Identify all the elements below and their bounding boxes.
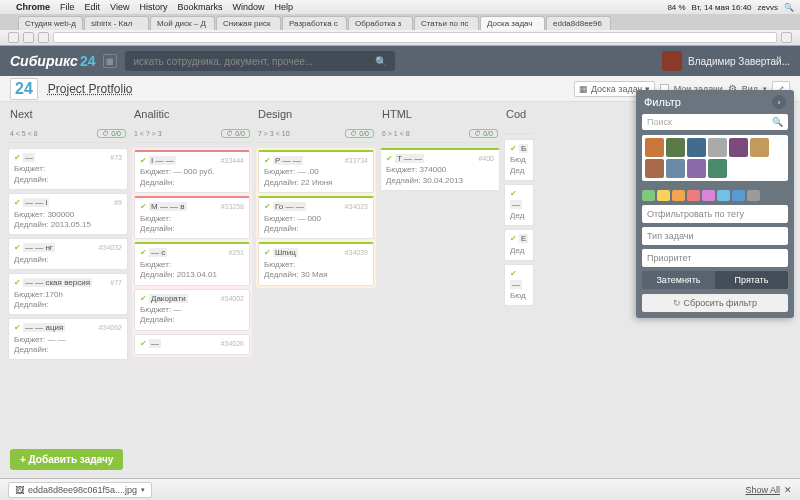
project-title[interactable]: Project Protfolio <box>48 82 565 96</box>
task-card[interactable]: ✔М — — в#33258Бюджет:Дедлайн: <box>134 196 250 239</box>
task-card[interactable]: ✔ЕДед <box>504 229 534 261</box>
menu-help[interactable]: Help <box>274 2 293 12</box>
column-meta: 7 > 3 < 10⏱ 0/0 <box>256 127 376 143</box>
filter-header: Фильтр › <box>636 90 794 114</box>
app-menu[interactable]: Chrome <box>16 2 50 12</box>
menu-view[interactable]: View <box>110 2 129 12</box>
browser-tab[interactable]: edda8d8ee96 <box>546 16 611 30</box>
filter-task-type[interactable]: Тип задачи <box>642 227 788 245</box>
task-card[interactable]: ✔—#34026 <box>134 334 250 355</box>
filter-avatar[interactable] <box>750 138 769 157</box>
color-swatch[interactable] <box>717 190 730 201</box>
close-bar-icon[interactable]: ✕ <box>784 485 792 495</box>
browser-tab[interactable]: sibirix - Кал <box>84 16 149 30</box>
column-title: Next <box>8 106 128 124</box>
kanban-column: HTML6 > 1 < 8⏱ 0/0✔Т — —#400Бюджет: 3740… <box>380 106 500 453</box>
show-all-downloads[interactable]: Show All <box>745 485 780 495</box>
reload-button[interactable] <box>38 32 49 43</box>
kanban-column: Analitic1 < ? > 3⏱ 0/0✔I — —#33444Бюджет… <box>132 106 252 453</box>
project-badge[interactable]: 24 <box>10 78 38 100</box>
browser-tab[interactable]: Обработка з <box>348 16 413 30</box>
filter-avatar[interactable] <box>645 138 664 157</box>
menu-history[interactable]: History <box>139 2 167 12</box>
color-swatch[interactable] <box>672 190 685 201</box>
filter-panel: Фильтр Архив Фильтр › Поиск 🔍 Отфильтров… <box>636 90 794 318</box>
user-menu[interactable]: Владимир Завертай... <box>662 51 790 71</box>
kanban-column: Next4 < 5 < 8⏱ 0/0✔—#73Бюджет:Дедлайн:✔—… <box>8 106 128 453</box>
filter-avatar[interactable] <box>666 138 685 157</box>
task-card[interactable]: ✔Шпиц#34039Бюджет:Дедлайн: 30 Мая <box>258 242 374 285</box>
url-bar[interactable] <box>53 32 777 43</box>
spotlight-icon[interactable]: 🔍 <box>784 3 794 12</box>
color-swatch[interactable] <box>732 190 745 201</box>
user-menu[interactable]: zevvs <box>758 3 778 12</box>
column-meta: 6 > 1 < 8⏱ 0/0 <box>380 127 500 143</box>
filter-priority[interactable]: Приоритет <box>642 249 788 267</box>
menu-edit[interactable]: Edit <box>85 2 101 12</box>
user-avatar <box>662 51 682 71</box>
color-swatch[interactable] <box>657 190 670 201</box>
collapse-icon[interactable]: › <box>772 95 786 109</box>
browser-tab[interactable]: Статьи по пс <box>414 16 479 30</box>
color-swatch[interactable] <box>702 190 715 201</box>
task-card[interactable]: ✔Т — —#400Бюджет: 374000Дедлайн: 30.04.2… <box>380 148 500 191</box>
task-card[interactable]: ✔—Дед <box>504 184 534 226</box>
menu-icon[interactable] <box>781 32 792 43</box>
color-swatch[interactable] <box>747 190 760 201</box>
filter-avatar[interactable] <box>708 159 727 178</box>
task-card[interactable]: ✔Го — —#34023Бюджет: — 000Дедлайн: <box>258 196 374 239</box>
color-swatch[interactable] <box>642 190 655 201</box>
browser-tab[interactable]: Разработка с <box>282 16 347 30</box>
task-card[interactable]: ✔I — —#33444Бюджет: — 000 руб.Дедлайн: <box>134 150 250 193</box>
forward-button[interactable] <box>23 32 34 43</box>
filter-swatches <box>636 186 794 205</box>
filter-avatar[interactable] <box>729 138 748 157</box>
filter-avatar[interactable] <box>687 138 706 157</box>
task-card[interactable]: ✔—#73Бюджет:Дедлайн: <box>8 148 128 190</box>
user-name: Владимир Завертай... <box>688 56 790 67</box>
hide-button[interactable]: Прятать <box>715 271 788 289</box>
clock-text: Вт, 14 мая 16:40 <box>692 3 752 12</box>
reset-filter-button[interactable]: Сбросить фильтр <box>642 294 788 312</box>
filter-avatar[interactable] <box>645 159 664 178</box>
filter-avatar[interactable] <box>708 138 727 157</box>
task-card[interactable]: ✔— — нг#34032Дедлайн: <box>8 238 128 270</box>
filter-avatar[interactable] <box>687 159 706 178</box>
task-card[interactable]: ✔— — ация#34062Бюджет: — —Дедлайн: <box>8 318 128 360</box>
brand-logo[interactable]: Сибирикс24 <box>10 53 95 69</box>
browser-tab[interactable]: Доска задач <box>480 16 545 30</box>
column-meta: 4 < 5 < 8⏱ 0/0 <box>8 127 128 143</box>
menu-window[interactable]: Window <box>232 2 264 12</box>
browser-tab[interactable]: Снижая риск <box>216 16 281 30</box>
global-search[interactable]: искать сотрудника, документ, прочее... 🔍 <box>125 51 395 71</box>
dim-button[interactable]: Затемнять <box>642 271 715 289</box>
download-file[interactable]: 🖼 edda8d8ee98c061f5a....jpg ▾ <box>8 482 152 498</box>
task-card[interactable]: ✔—Бюд <box>504 264 534 306</box>
task-card[interactable]: ✔— — ская версия#77Бюджет:170hДедлайн: <box>8 273 128 315</box>
task-card[interactable]: ✔Дакорати#34002Бюджет: —Дедлайн: <box>134 289 250 331</box>
menu-bookmarks[interactable]: Bookmarks <box>177 2 222 12</box>
download-bar: 🖼 edda8d8ee98c061f5a....jpg ▾ Show All ✕ <box>0 478 800 500</box>
filter-by-tag[interactable]: Отфильтровать по тегу <box>642 205 788 223</box>
grid-icon[interactable]: ▦ <box>103 54 117 68</box>
kanban-column: Cod✔ББюдДед✔—Дед✔ЕДед✔—Бюд <box>504 106 534 453</box>
search-placeholder: искать сотрудника, документ, прочее... <box>133 56 313 67</box>
add-task-button[interactable]: + Добавить задачу <box>10 449 123 470</box>
task-card[interactable]: ✔— — i#9Бюджет: 300000Дедлайн: 2013.05.1… <box>8 193 128 235</box>
filter-search[interactable]: Поиск 🔍 <box>642 114 788 130</box>
task-card[interactable]: ✔ББюдДед <box>504 139 534 181</box>
back-button[interactable] <box>8 32 19 43</box>
column-title: Design <box>256 106 376 124</box>
task-card[interactable]: ✔Р — —#33734Бюджет: — .00Дедлайн: 22 Июн… <box>258 150 374 193</box>
menu-file[interactable]: File <box>60 2 75 12</box>
search-icon: 🔍 <box>772 117 783 127</box>
app-header: Сибирикс24 ▦ искать сотрудника, документ… <box>0 46 800 76</box>
browser-tab[interactable]: Мой диск – Д <box>150 16 215 30</box>
browser-toolbar <box>0 30 800 46</box>
color-swatch[interactable] <box>687 190 700 201</box>
filter-avatar[interactable] <box>666 159 685 178</box>
task-card[interactable]: ✔— с#251Бюджет:Дедлайн: 2013.04.01 <box>134 242 250 285</box>
kanban-column: Design7 > 3 < 10⏱ 0/0✔Р — —#33734Бюджет:… <box>256 106 376 453</box>
browser-tab[interactable]: Студия web-д <box>18 16 83 30</box>
column-title: Analitic <box>132 106 252 124</box>
